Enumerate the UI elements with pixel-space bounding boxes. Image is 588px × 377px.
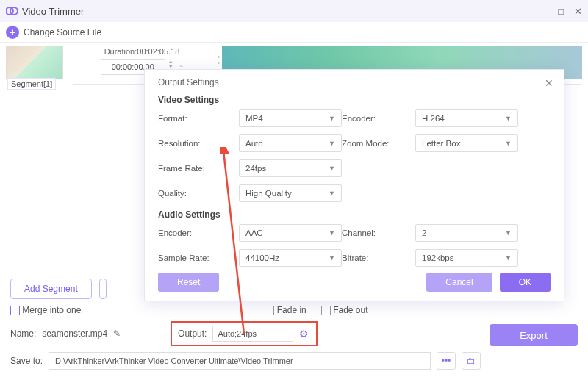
merge-checkbox-wrap[interactable]: Merge into one — [10, 305, 81, 315]
checkbox-icon — [321, 306, 331, 315]
maximize-button[interactable]: □ — [558, 6, 564, 17]
output-value-input[interactable]: Auto;24fps — [212, 326, 293, 342]
fade-out-checkbox-wrap[interactable]: Fade out — [321, 305, 368, 315]
segment-tag[interactable]: Segment[1] — [7, 78, 56, 90]
chevron-down-icon: ▼ — [505, 254, 512, 262]
edit-name-icon[interactable]: ✎ — [113, 328, 121, 339]
audio-settings-heading: Audio Settings — [158, 209, 551, 220]
cancel-button[interactable]: Cancel — [426, 273, 492, 292]
quality-select[interactable]: High Quality▼ — [239, 184, 342, 202]
fade-out-label: Fade out — [333, 305, 368, 315]
output-label: Output: — [178, 328, 207, 339]
audio-settings-grid: Encoder: AAC▼ Channel: 2▼ Sample Rate: 4… — [158, 224, 551, 267]
bitrate-label: Bitrate: — [342, 254, 415, 262]
video-settings-grid: Format: MP4▼ Encoder: H.264▼ Resolution:… — [158, 109, 551, 202]
add-segment-button[interactable]: Add Segment — [10, 279, 92, 299]
reset-button[interactable]: Reset — [158, 273, 219, 292]
source-bar: + Change Source File — [0, 22, 588, 43]
video-settings-heading: Video Settings — [158, 95, 551, 105]
duration-label: Duration:00:02:05.18 — [104, 47, 180, 56]
chevron-down-icon: ▼ — [505, 229, 512, 237]
chevron-down-icon: ▼ — [329, 165, 335, 172]
chevron-down-icon: ▼ — [329, 115, 335, 122]
minimize-button[interactable]: — — [538, 6, 548, 17]
zoom-label: Zoom Mode: — [342, 139, 415, 148]
output-box: Output: Auto;24fps ⚙ — [171, 321, 318, 346]
export-button[interactable]: Export — [490, 324, 578, 346]
resolution-label: Resolution: — [158, 139, 239, 148]
samplerate-select[interactable]: 44100Hz▼ — [239, 249, 342, 267]
save-path-input[interactable]: D:\ArkThinker\ArkThinker Video Converter… — [49, 352, 431, 370]
checkbox-icon — [265, 306, 274, 315]
quality-label: Quality: — [158, 189, 239, 198]
change-source-link[interactable]: Change Source File — [24, 27, 101, 37]
format-select[interactable]: MP4▼ — [239, 109, 342, 127]
ok-button[interactable]: OK — [500, 273, 551, 292]
chevron-down-icon: ▼ — [329, 140, 335, 147]
name-label: Name: — [10, 328, 36, 339]
framerate-select[interactable]: 24fps▼ — [239, 159, 342, 177]
secondary-button[interactable] — [99, 279, 107, 299]
plus-icon[interactable]: + — [6, 26, 19, 39]
open-folder-icon[interactable]: 🗀 — [462, 352, 481, 370]
aencoder-label: Encoder: — [158, 229, 239, 237]
encoder-select[interactable]: H.264▼ — [415, 109, 518, 127]
bitrate-select[interactable]: 192kbps▼ — [415, 249, 518, 267]
framerate-label: Frame Rate: — [158, 164, 239, 173]
chevron-down-icon: ▼ — [329, 229, 335, 237]
gear-icon[interactable]: ⚙ — [299, 328, 309, 340]
dialog-close-icon[interactable]: ✕ — [545, 77, 553, 89]
window-title: Video Trimmer — [22, 6, 84, 17]
checkbox-icon — [10, 306, 20, 315]
format-label: Format: — [158, 114, 239, 123]
encoder-label: Encoder: — [342, 114, 415, 123]
chevron-down-icon: ▼ — [329, 190, 335, 197]
resolution-select[interactable]: Auto▼ — [239, 134, 342, 152]
aencoder-select[interactable]: AAC▼ — [239, 224, 342, 242]
save-to-label: Save to: — [10, 356, 43, 366]
fade-in-label: Fade in — [277, 305, 306, 315]
channel-select[interactable]: 2▼ — [415, 224, 518, 242]
fade-in-checkbox-wrap[interactable]: Fade in — [265, 305, 306, 315]
zoom-select[interactable]: Letter Box▼ — [415, 134, 518, 152]
title-bar: Video Trimmer — □ ✕ — [0, 0, 588, 22]
chevron-down-icon: ▼ — [505, 115, 512, 122]
app-logo-icon — [6, 5, 18, 17]
output-settings-dialog: Output Settings ✕ Video Settings Format:… — [144, 69, 564, 301]
segment-thumbnail[interactable] — [6, 46, 63, 79]
channel-label: Channel: — [342, 229, 415, 237]
close-button[interactable]: ✕ — [574, 6, 582, 17]
file-name: seamonster.mp4 — [42, 328, 107, 339]
dialog-title: Output Settings — [158, 77, 551, 87]
merge-label: Merge into one — [22, 305, 81, 315]
samplerate-label: Sample Rate: — [158, 254, 239, 262]
chevron-down-icon: ▼ — [505, 140, 512, 147]
chevron-down-icon: ▼ — [329, 254, 335, 262]
more-button[interactable]: ••• — [437, 352, 456, 370]
